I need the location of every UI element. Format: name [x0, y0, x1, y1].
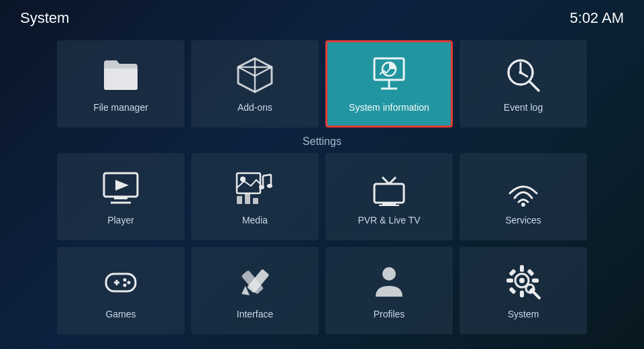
svg-rect-29 — [245, 193, 250, 204]
svg-rect-50 — [520, 291, 524, 297]
svg-rect-52 — [532, 279, 539, 283]
svg-point-48 — [519, 278, 525, 283]
media-label: Media — [242, 215, 268, 226]
file-manager-label: File manager — [93, 102, 148, 113]
page-title: System — [20, 9, 69, 27]
tile-profiles[interactable]: Profiles — [325, 247, 453, 334]
tile-player[interactable]: Player — [57, 153, 184, 240]
svg-point-27 — [267, 184, 272, 188]
tile-media[interactable]: Media — [191, 153, 319, 240]
file-manager-icon — [101, 55, 141, 95]
settings-row-2: Games Interface Profiles — [0, 247, 644, 334]
svg-rect-51 — [506, 279, 513, 283]
clock: 5:02 AM — [570, 9, 624, 27]
settings-divider: Settings — [0, 136, 644, 148]
pvr-live-tv-icon — [369, 168, 409, 208]
svg-rect-21 — [237, 173, 260, 193]
svg-rect-56 — [508, 287, 516, 294]
svg-point-42 — [123, 284, 127, 287]
svg-point-41 — [127, 281, 131, 285]
svg-point-46 — [382, 267, 396, 281]
svg-point-14 — [519, 71, 523, 74]
settings-row-1: Player Media — [0, 153, 644, 240]
tile-system-information[interactable]: System information — [325, 40, 453, 128]
tile-interface[interactable]: Interface — [191, 247, 319, 334]
svg-marker-18 — [115, 180, 129, 191]
media-icon — [235, 168, 275, 208]
svg-rect-49 — [520, 265, 524, 272]
svg-rect-55 — [527, 268, 534, 276]
svg-line-15 — [529, 81, 539, 91]
games-label: Games — [105, 309, 136, 319]
system-label: System — [508, 309, 539, 319]
svg-rect-37 — [106, 274, 136, 291]
svg-line-24 — [263, 174, 271, 176]
games-icon — [101, 262, 141, 302]
svg-point-40 — [123, 279, 127, 282]
add-ons-icon — [235, 55, 275, 95]
tile-file-manager[interactable]: File manager — [57, 40, 184, 128]
svg-line-10 — [386, 68, 390, 73]
system-information-label: System information — [349, 102, 429, 113]
svg-rect-53 — [508, 268, 516, 276]
svg-rect-30 — [253, 198, 258, 204]
svg-point-26 — [259, 185, 264, 189]
player-label: Player — [107, 215, 134, 226]
top-tiles-row: File manager Add-ons — [0, 40, 644, 128]
svg-rect-33 — [374, 184, 404, 203]
profiles-icon — [369, 262, 409, 302]
player-icon — [101, 168, 141, 208]
profiles-label: Profiles — [374, 309, 405, 319]
interface-icon — [235, 262, 275, 302]
event-log-icon — [503, 55, 543, 95]
event-log-label: Event log — [504, 102, 543, 113]
svg-rect-0 — [104, 68, 138, 90]
tile-pvr-live-tv[interactable]: PVR & Live TV — [325, 153, 453, 240]
system-icon — [503, 262, 543, 302]
tile-event-log[interactable]: Event log — [460, 40, 587, 128]
svg-rect-28 — [237, 196, 242, 204]
tile-system[interactable]: System — [460, 247, 587, 334]
svg-point-36 — [521, 203, 525, 207]
add-ons-label: Add-ons — [237, 102, 272, 113]
interface-label: Interface — [237, 309, 273, 319]
svg-rect-19 — [114, 197, 127, 199]
tile-services[interactable]: Services — [460, 153, 587, 240]
services-label: Services — [505, 215, 541, 226]
pvr-live-tv-label: PVR & Live TV — [358, 215, 420, 226]
header: System 5:02 AM — [0, 0, 644, 34]
services-icon — [503, 168, 543, 208]
tile-add-ons[interactable]: Add-ons — [191, 40, 319, 128]
tile-games[interactable]: Games — [57, 247, 184, 334]
system-information-icon — [369, 55, 409, 95]
